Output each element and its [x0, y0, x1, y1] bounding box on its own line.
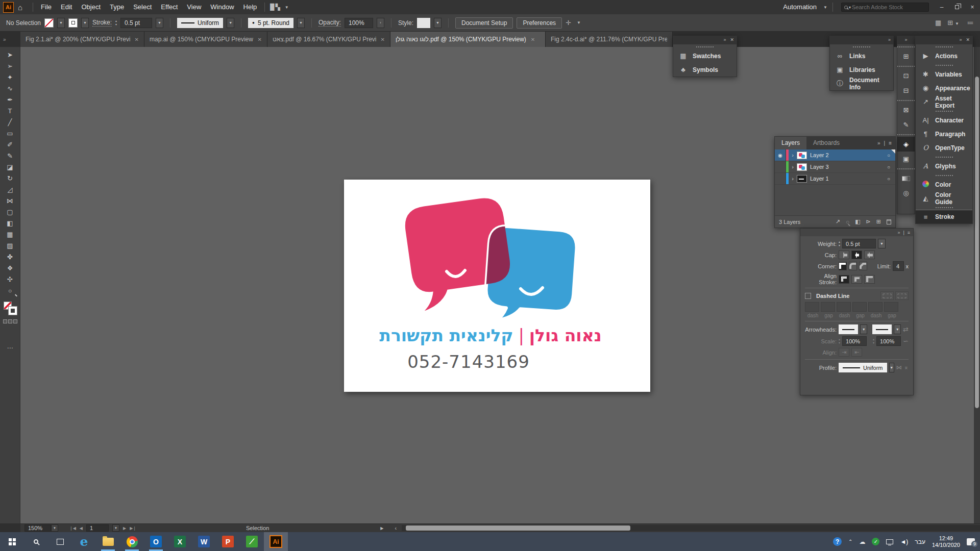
direct-selection-tool[interactable]: ➢: [4, 61, 16, 71]
panel-item-libraries[interactable]: ▣ Libraries: [830, 63, 893, 77]
close-icon[interactable]: ✕: [730, 37, 734, 42]
pen-tool[interactable]: ✒: [4, 94, 16, 105]
stroke-swatch[interactable]: [68, 18, 78, 28]
target-circle-icon[interactable]: ○: [887, 164, 890, 170]
drag-grip[interactable]: [916, 205, 972, 210]
collect-icon[interactable]: ⊞: [897, 49, 915, 64]
drag-grip[interactable]: [916, 109, 972, 113]
collect-for-export-icon[interactable]: ↗: [836, 218, 840, 225]
layer-name[interactable]: Layer 1: [810, 176, 829, 182]
transparency-icon[interactable]: ◎: [897, 186, 915, 201]
arrowhead-start-dropdown[interactable]: ▼: [860, 324, 867, 334]
tab-artboards[interactable]: Artboards: [806, 137, 846, 149]
vertical-scrollbar[interactable]: [974, 47, 980, 523]
pathfinder-icon[interactable]: ⊠: [897, 103, 915, 117]
speaker-icon[interactable]: ◄): [900, 538, 908, 545]
defender-icon[interactable]: ✓: [872, 538, 879, 545]
document-layout-icon[interactable]: ⊞▼: [947, 19, 961, 27]
new-layer-icon[interactable]: ⊞: [876, 218, 881, 225]
layer-thumbnail[interactable]: [797, 152, 807, 159]
taskbar-clock[interactable]: 12:49 14/10/2020: [932, 535, 960, 548]
drag-grip[interactable]: [897, 64, 915, 68]
chevron-down-icon[interactable]: ▼: [285, 5, 289, 10]
vertical-scrollbar-thumb[interactable]: [975, 77, 979, 408]
language-indicator[interactable]: עבר: [915, 538, 925, 545]
profile-dropdown[interactable]: ▼: [889, 363, 894, 372]
document-tab[interactable]: Fig 2.1.ai* @ 200% (CMYK/GPU Preview) ✕: [20, 32, 144, 47]
panel-item-appearance[interactable]: ◉Appearance: [916, 81, 972, 95]
dash-field[interactable]: [837, 302, 851, 312]
minimize-button[interactable]: –: [934, 0, 949, 14]
help-tray-icon[interactable]: ?: [833, 537, 842, 546]
menu-view[interactable]: View: [182, 0, 206, 14]
bevel-join-button[interactable]: [859, 262, 867, 270]
target-circle-icon[interactable]: ○: [887, 176, 890, 182]
workspace-switcher[interactable]: Automation: [778, 0, 821, 14]
panel-item-document-info[interactable]: ⓘ Document Info: [830, 77, 893, 90]
scale-end-field[interactable]: 100%: [876, 336, 901, 346]
artboard[interactable]: נאוה גולן|קלינאית תקשורת 052-7143169: [344, 180, 650, 392]
close-icon[interactable]: ✕: [135, 37, 139, 42]
collapse-chevron[interactable]: »: [888, 37, 891, 42]
shape-builder-tool[interactable]: ◧: [4, 218, 16, 229]
visibility-toggle[interactable]: ◉: [775, 149, 786, 161]
menu-file[interactable]: File: [36, 0, 56, 14]
collapse-chevron[interactable]: »: [877, 140, 880, 146]
drawing-modes[interactable]: [3, 319, 17, 323]
eraser-tool[interactable]: ◪: [4, 162, 16, 172]
start-button[interactable]: [0, 532, 24, 551]
powerpoint-app[interactable]: P: [216, 532, 240, 551]
type-tool[interactable]: T: [4, 106, 16, 116]
new-sublayer-icon[interactable]: ⊳: [866, 218, 871, 225]
dash-field[interactable]: [805, 302, 819, 312]
paintbrush-tool[interactable]: ✐: [4, 139, 16, 150]
weight-stepper[interactable]: ▴▾: [839, 240, 840, 247]
drag-grip[interactable]: [897, 132, 915, 137]
drag-grip[interactable]: [897, 98, 915, 103]
network-icon[interactable]: [886, 539, 893, 544]
close-icon[interactable]: ✕: [966, 37, 970, 42]
draw-inside-icon[interactable]: [13, 319, 17, 323]
layer-thumbnail[interactable]: [797, 163, 807, 171]
drag-grip[interactable]: [897, 166, 915, 171]
document-setup-button[interactable]: Document Setup: [455, 17, 513, 29]
panel-item-color-guide[interactable]: ◭Color Guide: [916, 191, 972, 205]
status-menu-arrow[interactable]: ▶: [380, 526, 383, 531]
first-artboard-icon[interactable]: ❘◀: [69, 526, 76, 531]
document-tab[interactable]: צאט.pdf @ 16.67% (CMYK/GPU Preview) ✕: [267, 32, 390, 47]
projecting-cap-button[interactable]: [864, 251, 875, 259]
target-circle-icon[interactable]: ○: [887, 153, 890, 158]
brushes-icon[interactable]: ✎: [897, 117, 915, 132]
round-cap-button[interactable]: [851, 251, 862, 259]
close-button[interactable]: ×: [965, 0, 980, 14]
panel-menu-icon[interactable]: ≡: [889, 140, 892, 146]
layer-thumbnail[interactable]: [797, 175, 807, 183]
style-dropdown[interactable]: ▼: [434, 18, 442, 28]
profile-combo[interactable]: Uniform: [839, 363, 887, 372]
collapse-chevron[interactable]: »: [897, 230, 900, 235]
panel-item-asset-export[interactable]: ↗Asset Export: [916, 95, 972, 109]
close-icon[interactable]: ✕: [381, 37, 385, 42]
menu-window[interactable]: Window: [206, 0, 238, 14]
locate-object-icon[interactable]: ○: [846, 218, 849, 226]
stock-search[interactable]: ▾: [841, 3, 929, 12]
stroke-weight-stepper[interactable]: ▴▾: [115, 19, 117, 26]
scale-stepper[interactable]: ▴▾: [839, 338, 840, 344]
zoom-level-field[interactable]: 150%: [24, 524, 51, 532]
opacity-label[interactable]: Opacity:: [318, 19, 341, 27]
preferences-button[interactable]: Preferences: [517, 17, 562, 29]
collapse-chevron[interactable]: »: [723, 37, 726, 42]
menu-effect[interactable]: Effect: [156, 0, 182, 14]
align-center-button[interactable]: [839, 275, 849, 284]
layer-row[interactable]: › Layer 3 ○: [775, 161, 895, 173]
panel-menu-icon[interactable]: ≡: [908, 230, 910, 235]
lasso-tool[interactable]: ∿: [4, 83, 16, 94]
drag-grip[interactable]: [897, 44, 915, 49]
layer-row[interactable]: ◉ › Layer 2 ○: [775, 149, 895, 161]
collapse-chevron[interactable]: »: [904, 37, 907, 42]
chevron-down-icon[interactable]: ▾: [849, 5, 851, 10]
arrange-documents-icon[interactable]: ▉▚: [270, 4, 280, 11]
file-explorer-app[interactable]: [96, 532, 120, 551]
gradient-icon[interactable]: [897, 171, 915, 186]
next-artboard-icon[interactable]: ▶: [123, 526, 126, 531]
